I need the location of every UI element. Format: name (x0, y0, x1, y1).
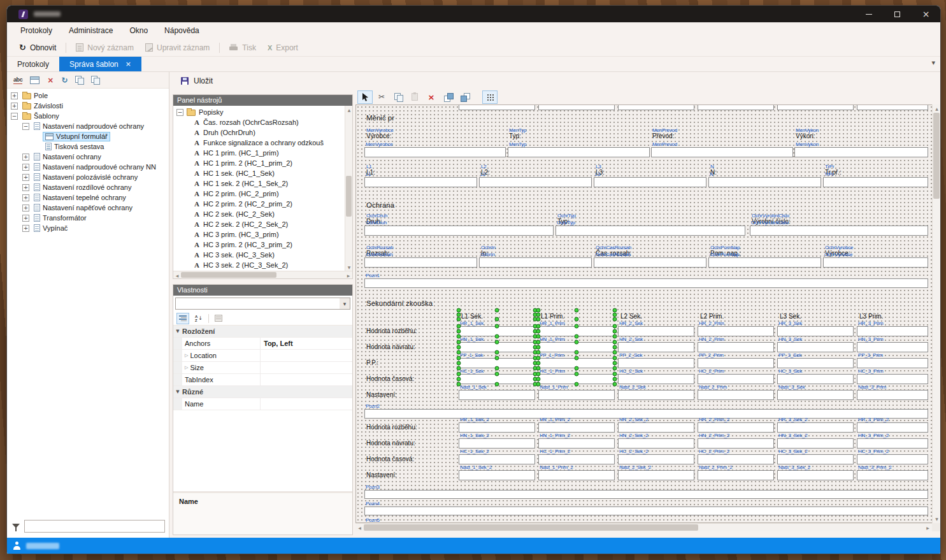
selection-handle[interactable] (536, 366, 541, 371)
selection-handle[interactable] (613, 350, 617, 355)
scrollbar-thumb[interactable] (181, 272, 276, 278)
designer-textbox-HR_3_Sek_2[interactable] (777, 422, 854, 433)
toolbox-item[interactable]: ADruh (OchrDruh) (173, 127, 345, 138)
scrollbar-thumb[interactable] (364, 524, 698, 531)
designer-label-MenTyp[interactable]: MenTypTyp: (509, 128, 526, 140)
designer-column-header[interactable]: L2 Prim. (700, 313, 724, 320)
designer-textbox-HR_2_Prim_2[interactable] (698, 422, 774, 433)
designer-vertical-scrollbar[interactable]: ▲ ▼ (932, 104, 940, 523)
scrollbar-track[interactable] (181, 271, 345, 278)
tree-node[interactable]: +Nastavení rozdílové ochrany (7, 182, 169, 192)
tree-expander-icon[interactable]: + (22, 225, 29, 232)
designer-textbox-HN_3_Prim[interactable] (857, 342, 928, 352)
selection-handle[interactable] (613, 329, 617, 334)
selection-handle[interactable] (457, 345, 461, 350)
designer-row-label[interactable]: Hodnota návratu: (366, 343, 415, 350)
selection-handle[interactable] (575, 308, 579, 313)
designer-textbox[interactable] (459, 104, 535, 110)
designer-textbox-HC_3_Prim_2[interactable] (857, 454, 928, 464)
paste-button[interactable] (407, 90, 422, 104)
designer-textbox-HR_3_Sek[interactable] (777, 326, 854, 336)
design-surface[interactable]: Měnič prOchranaSekundární zkouškaMenVyro… (355, 104, 932, 523)
toolbox-horizontal-scrollbar[interactable]: ◀ ▶ (173, 271, 352, 278)
selection-handle[interactable] (536, 313, 541, 317)
selection-handle[interactable] (495, 317, 499, 322)
designer-textbox-Pozn1[interactable] (364, 278, 928, 288)
selection-handle[interactable] (457, 366, 461, 371)
selection-handle[interactable] (495, 382, 499, 387)
designer-textbox-OchrRozsah[interactable] (364, 257, 477, 268)
maximize-button[interactable] (883, 6, 912, 22)
designer-row-label[interactable]: Hodnota časová: (366, 375, 414, 382)
selection-handle[interactable] (457, 356, 461, 361)
designer-textbox-HN_1_Prim_2[interactable] (538, 438, 615, 449)
property-row[interactable]: ▷Location (173, 350, 352, 362)
designer-section-title[interactable]: Sekundární zkouška (366, 299, 433, 307)
property-category-row[interactable]: ▼Různé (173, 386, 352, 398)
categorized-view-button[interactable] (176, 313, 189, 324)
designer-textbox-N[interactable] (708, 177, 821, 187)
selection-handle[interactable] (536, 377, 541, 382)
property-row[interactable]: ▷Size (173, 362, 352, 374)
selection-handle[interactable] (536, 345, 541, 350)
selection-handle[interactable] (536, 308, 541, 313)
toolbox-item[interactable]: AHC 1 prim. 2 (HC_1_prim_2) (173, 158, 345, 168)
designer-row-label[interactable]: Hodnota časová: (366, 456, 414, 463)
property-expand-icon[interactable]: ▷ (185, 353, 188, 358)
property-row[interactable]: TabIndex (173, 374, 352, 386)
toolbox-item[interactable]: AHC 2 sek. (HC_2_Sek) (173, 209, 345, 219)
designer-textbox-L1[interactable] (364, 177, 477, 187)
selection-handle[interactable] (613, 313, 617, 317)
toolbox-item[interactable]: AHC 1 prim. (HC_1_prim) (173, 148, 345, 158)
selection-handle[interactable] (575, 350, 579, 355)
scroll-left-button[interactable]: ◀ (173, 271, 181, 279)
selection-handle[interactable] (457, 382, 461, 387)
selection-handle[interactable] (495, 356, 499, 361)
toolbox-item[interactable]: AHC 1 sek. (HC_1_Sek) (173, 168, 345, 178)
selection-handle[interactable] (613, 308, 617, 313)
selection-handle[interactable] (536, 317, 541, 322)
tree-node[interactable]: +Závislosti (7, 101, 169, 111)
designer-textbox-HN_2_Prim_2[interactable] (698, 438, 774, 449)
selection-handle[interactable] (495, 350, 499, 355)
tab-close-icon[interactable]: × (125, 61, 131, 68)
toolbox-vertical-scrollbar[interactable]: ▲ ▼ (345, 106, 352, 271)
designer-textbox-HR_3_Prim_2[interactable] (857, 422, 928, 433)
alphabetical-sort-button[interactable]: AZ ↓ (192, 313, 205, 324)
designer-textbox-Nast_3_Sek_2[interactable] (777, 470, 854, 480)
designer-textbox-L3[interactable] (594, 177, 706, 187)
selection-handle[interactable] (495, 334, 499, 339)
selection-handle[interactable] (457, 313, 461, 317)
scroll-right-button[interactable]: ▶ (345, 271, 352, 279)
tab-protokoly[interactable]: Protokoly (7, 57, 59, 71)
designer-textbox[interactable] (698, 104, 774, 110)
designer-row-label[interactable]: Hodnota rozběhu: (366, 424, 417, 431)
designer-textbox[interactable] (618, 104, 694, 110)
designer-textbox-HN_2_Prim[interactable] (698, 342, 774, 352)
designer-textbox-HC_2_Sek_2[interactable] (618, 454, 694, 464)
designer-textbox-HC_1_Sek_2[interactable] (459, 454, 535, 464)
tree-expander-icon[interactable]: + (22, 205, 29, 212)
selection-handle[interactable] (575, 317, 579, 322)
designer-row-label[interactable]: Hodnota návratu: (366, 440, 415, 447)
property-value-cell[interactable]: Top, Left (260, 338, 352, 349)
designer-column-header[interactable]: L1 Sek. (461, 313, 483, 320)
category-collapse-icon[interactable]: ▼ (173, 329, 182, 334)
designer-textbox-PP_3_Prim[interactable] (857, 358, 928, 368)
designer-textbox-HR_2_Prim[interactable] (698, 326, 774, 336)
designer-row-label[interactable]: Nastavení: (366, 391, 397, 398)
property-row[interactable]: Name (173, 398, 352, 410)
scrollbar-track[interactable] (364, 524, 924, 531)
tab-overflow-icon[interactable]: ▾ (931, 59, 935, 67)
designer-textbox[interactable] (538, 104, 615, 110)
toolbox-item[interactable]: AHC 2 sek. 2 (HC_2_Sek_2) (173, 219, 345, 229)
toolbox-item[interactable]: AHC 3 sek. 2 (HC_3_Sek_2) (173, 260, 345, 270)
designer-textbox-MenPrevod[interactable] (651, 147, 793, 157)
toolbox-item[interactable]: AHC 3 prim. 2 (HC_3_prim_2) (173, 240, 345, 250)
designer-textbox-MenTyp[interactable] (508, 147, 650, 157)
tree-node[interactable]: −Šablony (7, 111, 169, 121)
tree-expander-icon[interactable]: + (11, 103, 18, 110)
tree-expander-icon[interactable]: + (11, 92, 18, 99)
menu-okno[interactable]: Okno (121, 22, 156, 39)
designer-row-label[interactable]: Nastavení: (366, 471, 397, 478)
